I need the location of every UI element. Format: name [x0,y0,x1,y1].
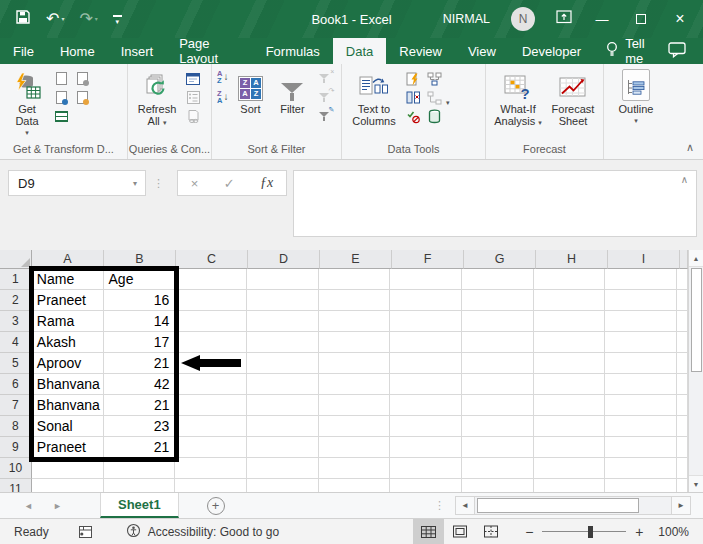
vertical-scrollbar[interactable]: ▲ ▼ [688,250,703,492]
row-header-10[interactable]: 10 [0,458,32,479]
cell-C8[interactable] [175,416,247,437]
cell-A2[interactable]: Praneet [32,290,104,311]
row-header-6[interactable]: 6 [0,374,32,395]
cell-I2[interactable] [605,290,677,311]
cell-G6[interactable] [462,374,534,395]
get-data-button[interactable]: Get Data ▾ [5,69,49,139]
filter-button[interactable]: Filter [272,69,312,115]
zoom-in-icon[interactable]: + [630,524,648,540]
manage-data-model-icon[interactable] [425,108,443,125]
cell-A9[interactable]: Praneet [32,437,104,458]
what-if-analysis-button[interactable]: ? What-If Analysis ▾ [492,69,544,129]
cell-F11[interactable] [390,479,462,492]
cell-D8[interactable] [247,416,319,437]
comments-button[interactable] [668,38,703,64]
cell-B3[interactable]: 14 [104,311,176,332]
collapse-ribbon-icon[interactable]: ∧ [686,141,694,154]
cell-D6[interactable] [247,374,319,395]
column-header-H[interactable]: H [536,250,608,269]
cell-H10[interactable] [534,458,606,479]
tab-developer[interactable]: Developer [509,38,594,64]
horizontal-scrollbar[interactable] [475,496,671,515]
name-box[interactable]: D9 ▾ [8,170,146,196]
cell-G10[interactable] [462,458,534,479]
column-header-F[interactable]: F [392,250,464,269]
cell-A6[interactable]: Bhanvana [32,374,104,395]
tell-me-box[interactable]: Tell me [594,38,668,64]
cell-C2[interactable] [175,290,247,311]
cell-F1[interactable] [390,269,462,290]
column-header-A[interactable]: A [32,250,104,269]
cell-E4[interactable] [319,332,391,353]
cell-F6[interactable] [390,374,462,395]
redo-button[interactable]: ↷▾ [79,10,97,28]
cell-G5[interactable] [462,353,534,374]
cell-G3[interactable] [462,311,534,332]
scroll-right-icon[interactable]: ► [671,496,691,515]
cell-H2[interactable] [534,290,606,311]
cell-A3[interactable]: Rama [32,311,104,332]
cell-B10[interactable] [104,458,176,479]
scroll-up-icon[interactable]: ▲ [689,250,703,267]
cell-A4[interactable]: Akash [32,332,104,353]
cancel-icon[interactable]: × [191,176,199,191]
cell-F7[interactable] [390,395,462,416]
row-header-4[interactable]: 4 [0,332,32,353]
cell-B8[interactable]: 23 [104,416,176,437]
cell-G8[interactable] [462,416,534,437]
from-text-csv-icon[interactable] [52,70,70,87]
cell-B7[interactable]: 21 [104,395,176,416]
cell-F2[interactable] [390,290,462,311]
cell-C7[interactable] [175,395,247,416]
column-header-E[interactable]: E [320,250,392,269]
text-to-columns-button[interactable]: Text to Columns [347,69,401,127]
cell-D9[interactable] [247,437,319,458]
cell-A7[interactable]: Bhanvana [32,395,104,416]
cell-H5[interactable] [534,353,606,374]
cell-I6[interactable] [605,374,677,395]
sort-descending-icon[interactable]: ZA ↓ [217,90,228,104]
flash-fill-icon[interactable] [404,70,422,87]
select-all-corner[interactable] [0,250,32,269]
get-data-dropdown-icon[interactable]: ▾ [25,127,29,139]
relationships-icon[interactable] [425,89,443,106]
cell-F4[interactable] [390,332,462,353]
row-header-8[interactable]: 8 [0,416,32,437]
cell-H9[interactable] [534,437,606,458]
cell-G7[interactable] [462,395,534,416]
save-icon[interactable] [15,9,31,29]
page-break-preview-icon[interactable] [475,519,506,544]
tab-insert[interactable]: Insert [108,38,167,64]
cell-I9[interactable] [605,437,677,458]
row-header-7[interactable]: 7 [0,395,32,416]
cell-I5[interactable] [605,353,677,374]
cell-I11[interactable] [605,479,677,492]
cell-E2[interactable] [319,290,391,311]
column-header-B[interactable]: B [104,250,176,269]
tab-review[interactable]: Review [386,38,455,64]
cell-H1[interactable] [534,269,606,290]
zoom-slider-thumb[interactable] [588,526,593,538]
cell-H4[interactable] [534,332,606,353]
cell-H11[interactable] [534,479,606,492]
row-header-2[interactable]: 2 [0,290,32,311]
undo-dropdown-icon[interactable]: ▾ [61,16,64,22]
tab-page-layout[interactable]: Page Layout [166,38,252,64]
name-box-dropdown-icon[interactable]: ▾ [125,171,145,195]
cell-G1[interactable] [462,269,534,290]
cell-E5[interactable] [319,353,391,374]
cell-C1[interactable] [175,269,247,290]
tab-formulas[interactable]: Formulas [253,38,333,64]
cell-C10[interactable] [175,458,247,479]
cell-D2[interactable] [247,290,319,311]
cell-I8[interactable] [605,416,677,437]
zoom-slider[interactable] [542,525,626,539]
cell-H6[interactable] [534,374,606,395]
tab-view[interactable]: View [455,38,509,64]
column-header-I[interactable]: I [608,250,680,269]
undo-button[interactable]: ↶▾ [46,10,64,28]
tab-data[interactable]: Data [333,38,386,64]
cell-A1[interactable]: Name [32,269,104,290]
from-table-range-icon[interactable] [52,108,70,125]
cell-H8[interactable] [534,416,606,437]
